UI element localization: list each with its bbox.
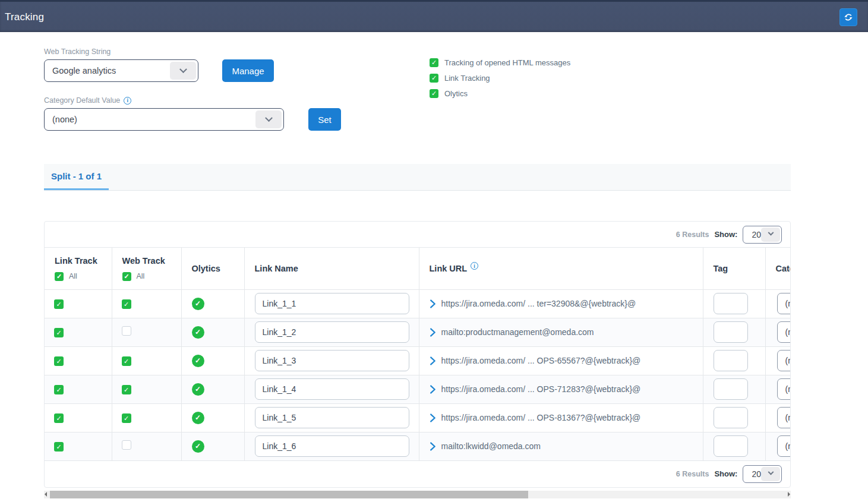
show-label: Show: <box>714 469 737 478</box>
web-track-checkbox[interactable] <box>122 440 131 450</box>
link-url-cell: https://jira.omeda.com/ ... OPS-65567?@{… <box>419 346 703 375</box>
web-track-cell: ✓ <box>112 289 181 318</box>
link-name-input[interactable] <box>255 350 409 371</box>
web-track-cell: ✓ <box>112 375 181 403</box>
link-track-cell: ✓ <box>45 318 112 346</box>
category-select[interactable]: (none) <box>777 407 791 428</box>
web-tracking-label-text: Web Tracking String <box>44 48 111 56</box>
tag-cell <box>703 346 765 375</box>
category-select[interactable]: (none) <box>777 321 791 343</box>
category-default-select[interactable]: (none) <box>44 108 284 131</box>
link-name-cell <box>244 432 419 460</box>
web-track-checkbox[interactable] <box>122 326 131 336</box>
tag-cell <box>703 403 765 432</box>
scroll-right-arrow[interactable] <box>788 492 790 497</box>
link-name-input[interactable] <box>255 378 409 400</box>
tag-input[interactable] <box>714 378 748 400</box>
category-select[interactable]: (none) <box>777 350 791 371</box>
tag-input[interactable] <box>714 350 748 371</box>
show-per-page-value: 20 <box>752 230 761 239</box>
link-name-input[interactable] <box>255 321 409 343</box>
scroll-left-arrow[interactable] <box>45 492 47 497</box>
link-name-input[interactable] <box>255 435 409 457</box>
link-name-input[interactable] <box>255 293 409 314</box>
col-web-track: Web Track ✓ All <box>112 248 181 289</box>
category-value: (none) <box>785 413 791 422</box>
show-per-page-select[interactable]: 20 <box>743 226 782 244</box>
chevron-right-icon <box>430 442 436 451</box>
category-value: (none) <box>785 384 791 394</box>
tag-input[interactable] <box>714 321 748 343</box>
chevron-right-icon <box>430 299 436 308</box>
web-track-select-all-checkbox[interactable]: ✓ <box>122 272 131 281</box>
web-track-cell: ✓ <box>112 403 181 432</box>
toggle-checkbox[interactable]: ✓ <box>430 58 438 67</box>
manage-button[interactable]: Manage <box>222 59 274 82</box>
olytics-cell: ✓ <box>181 375 244 403</box>
toggle-label: Olytics <box>444 89 468 98</box>
link-track-checkbox[interactable]: ✓ <box>54 356 64 366</box>
tag-input[interactable] <box>714 293 748 314</box>
info-icon[interactable]: i <box>124 97 131 105</box>
results-count: 6 Results <box>676 231 709 239</box>
web-track-checkbox[interactable]: ✓ <box>122 356 131 366</box>
link-track-checkbox[interactable]: ✓ <box>54 299 64 309</box>
link-url-cell: https://jira.omeda.com/ ... OPS-71283?@{… <box>419 375 703 403</box>
col-link-url-label: Link URL <box>430 264 467 273</box>
tag-cell <box>703 375 765 403</box>
toggle-row: ✓Tracking of opened HTML messages <box>430 58 570 67</box>
toggle-checkbox[interactable]: ✓ <box>430 74 438 83</box>
web-tracking-value: Google analytics <box>52 66 116 75</box>
set-button[interactable]: Set <box>308 108 341 131</box>
link-track-checkbox[interactable]: ✓ <box>54 413 64 423</box>
links-table: Link Track ✓ All Web Track ✓ All Olyt <box>45 248 790 461</box>
olytics-check-icon: ✓ <box>192 383 204 396</box>
category-value: (none) <box>785 441 791 451</box>
link-name-input[interactable] <box>255 407 409 428</box>
chevron-down-icon <box>255 110 282 128</box>
toggle-checkbox[interactable]: ✓ <box>430 89 438 98</box>
link-track-cell: ✓ <box>45 346 112 375</box>
category-select[interactable]: (none) <box>777 378 791 400</box>
category-value: (none) <box>785 356 791 365</box>
web-tracking-label: Web Tracking String <box>44 48 868 56</box>
tag-input[interactable] <box>714 407 748 428</box>
web-track-cell <box>112 432 181 460</box>
refresh-button[interactable] <box>839 8 857 26</box>
web-tracking-select[interactable]: Google analytics <box>44 59 198 82</box>
category-value: (none) <box>785 299 791 308</box>
tag-cell <box>703 432 765 460</box>
link-url-text: https://jira.omeda.com/ ... OPS-81367?@{… <box>441 413 641 422</box>
table-body: ✓✓✓https://jira.omeda.com/ ... ter=32908… <box>45 289 790 460</box>
category-cell: (none) <box>765 289 790 318</box>
link-track-checkbox[interactable]: ✓ <box>54 385 64 394</box>
web-track-cell: ✓ <box>112 346 181 375</box>
web-track-checkbox[interactable]: ✓ <box>122 385 131 394</box>
horizontal-scrollbar[interactable] <box>44 491 791 498</box>
refresh-icon <box>843 12 854 23</box>
link-track-checkbox[interactable]: ✓ <box>54 442 64 452</box>
table-row: ✓✓✓https://jira.omeda.com/ ... OPS-65567… <box>45 346 790 375</box>
tab-split-1[interactable]: Split - 1 of 1 <box>44 164 109 190</box>
show-per-page-select[interactable]: 20 <box>743 465 782 483</box>
results-count: 6 Results <box>676 470 709 478</box>
scrollbar-thumb[interactable] <box>50 491 528 498</box>
col-link-name: Link Name <box>244 248 419 289</box>
info-icon[interactable]: i <box>471 262 478 270</box>
chevron-down-icon <box>761 228 780 242</box>
chevron-right-icon <box>430 385 436 394</box>
link-track-checkbox[interactable]: ✓ <box>54 328 64 337</box>
link-name-cell <box>244 346 419 375</box>
category-select[interactable]: (none) <box>777 293 791 314</box>
web-track-checkbox[interactable]: ✓ <box>122 413 131 423</box>
select-all-label: All <box>69 272 77 280</box>
show-per-page-value: 20 <box>752 469 761 479</box>
col-olytics: Olytics <box>181 248 244 289</box>
links-panel: 6 Results Show: 20 Link Track ✓ All <box>44 221 791 488</box>
category-select[interactable]: (none) <box>777 435 791 457</box>
toggle-label: Link Tracking <box>444 74 490 83</box>
tag-input[interactable] <box>714 435 748 457</box>
link-track-select-all-checkbox[interactable]: ✓ <box>55 272 64 281</box>
web-track-checkbox[interactable]: ✓ <box>122 299 131 309</box>
link-url-cell: mailto:productmanagement@omeda.com <box>419 318 703 346</box>
